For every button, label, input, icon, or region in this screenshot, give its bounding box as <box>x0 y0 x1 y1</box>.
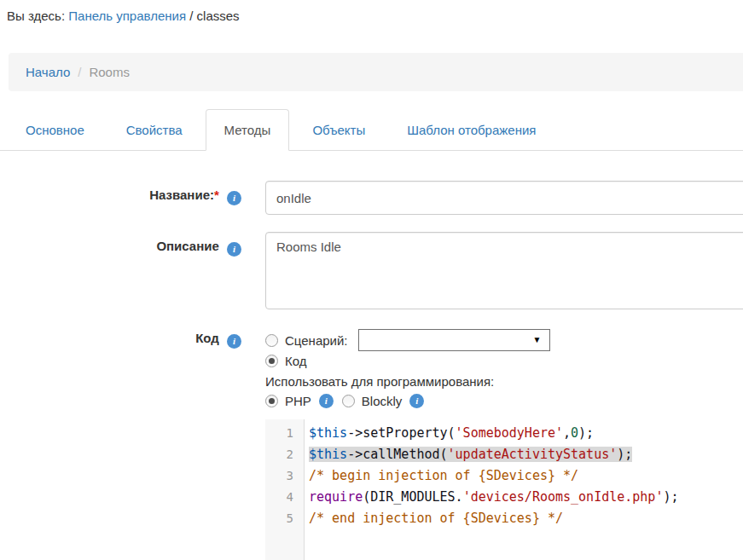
php-radio[interactable] <box>265 395 278 407</box>
tab-display-template[interactable]: Шаблон отображения <box>388 109 554 151</box>
code-line[interactable]: /* begin injection of {SDevices} */ <box>305 465 743 487</box>
code-radio[interactable] <box>265 355 278 367</box>
code-line[interactable]: require(DIR_MODULES.'devices/Rooms_onIdl… <box>305 487 743 508</box>
breadcrumb-separator: / <box>78 65 81 79</box>
code-option-row: Код <box>265 354 307 368</box>
tab-basic-label[interactable]: Основное <box>7 109 103 151</box>
breadcrumb-current: classes <box>197 9 240 23</box>
info-icon[interactable]: i <box>319 394 334 408</box>
code-line[interactable]: $this->callMethod('updateActivityStatus'… <box>305 444 743 465</box>
programming-usage-label: Использовать для программирования: <box>265 374 494 389</box>
tab-methods[interactable]: Методы <box>206 109 290 151</box>
required-asterisk: * <box>214 188 219 202</box>
code-radio-label: Код <box>285 354 307 368</box>
description-label-text: Описание <box>156 239 218 253</box>
tab-objects[interactable]: Объекты <box>293 109 384 151</box>
chevron-down-icon: ▼ <box>533 335 542 344</box>
code-editor[interactable]: 12345 $this->setProperty('SomebodyHere',… <box>265 419 743 560</box>
blockly-radio-label: Blockly <box>362 394 403 408</box>
description-label: Описание i <box>0 239 241 257</box>
code-label-text: Код <box>195 331 219 345</box>
code-lines[interactable]: $this->setProperty('SomebodyHere',0);$th… <box>305 419 743 560</box>
name-input[interactable] <box>265 181 743 215</box>
code-line[interactable]: $this->setProperty('SomebodyHere',0); <box>305 423 743 444</box>
breadcrumb-current-class: Rooms <box>89 65 130 79</box>
line-number: 3 <box>265 465 304 487</box>
description-textarea[interactable]: Rooms Idle <box>265 232 743 309</box>
line-number: 1 <box>265 423 304 444</box>
scenario-radio-label: Сценарий: <box>285 333 348 348</box>
breadcrumb-link-control-panel[interactable]: Панель управления <box>68 9 186 23</box>
line-number: 2 <box>265 444 304 465</box>
scenario-radio[interactable] <box>265 334 278 347</box>
line-number: 5 <box>265 508 304 529</box>
tab-bar: Основное Свойства Методы Объекты Шаблон … <box>0 109 743 151</box>
info-icon[interactable]: i <box>227 242 241 257</box>
tab-display-template-label[interactable]: Шаблон отображения <box>388 109 554 151</box>
breadcrumb: Вы здесь: Панель управления / classes <box>7 9 240 23</box>
language-option-row: PHP i Blockly i <box>265 394 424 408</box>
tab-basic[interactable]: Основное <box>7 109 103 151</box>
module-breadcrumb-bar: Начало / Rooms <box>9 53 743 91</box>
name-label-text: Название: <box>149 188 214 202</box>
tab-properties-label[interactable]: Свойства <box>107 109 201 151</box>
tab-methods-label[interactable]: Методы <box>206 109 290 151</box>
info-icon[interactable]: i <box>227 191 241 205</box>
breadcrumb-prefix: Вы здесь: <box>7 9 65 23</box>
blockly-radio[interactable] <box>342 395 355 407</box>
php-radio-label: PHP <box>285 394 311 408</box>
code-line[interactable]: /* end injection of {SDevices} */ <box>305 508 743 529</box>
info-icon[interactable]: i <box>409 394 424 408</box>
info-icon[interactable]: i <box>227 334 241 349</box>
scenario-select[interactable]: ▼ <box>358 329 550 351</box>
breadcrumb-separator: / <box>189 9 193 23</box>
name-label: Название:* i <box>0 188 241 205</box>
line-number: 4 <box>265 487 304 508</box>
scenario-option-row: Сценарий: ▼ <box>265 329 550 351</box>
code-label: Код i <box>0 331 241 349</box>
tab-properties[interactable]: Свойства <box>107 109 201 151</box>
code-gutter: 12345 <box>265 419 305 560</box>
breadcrumb-home-link[interactable]: Начало <box>26 65 70 79</box>
tab-objects-label[interactable]: Объекты <box>293 109 384 151</box>
